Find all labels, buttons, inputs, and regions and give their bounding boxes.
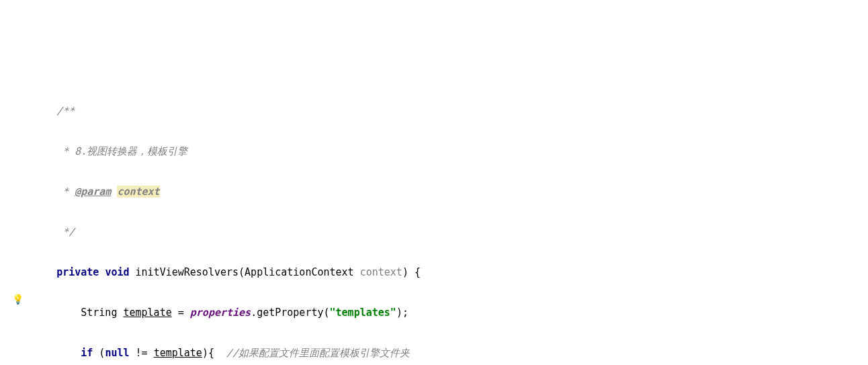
code-line[interactable]: * 8.视图转换器，模板引擎 — [32, 141, 868, 161]
code-line[interactable]: * @param context — [32, 181, 868, 202]
field-properties: properties — [190, 307, 251, 319]
bulb-icon[interactable]: 💡 — [12, 289, 24, 309]
gutter: 💡 — [0, 81, 32, 365]
brace: ){ — [202, 347, 226, 359]
code-line[interactable]: */ — [32, 222, 868, 242]
var-template: template — [123, 307, 171, 319]
param: context — [360, 266, 402, 278]
op: = — [172, 307, 190, 319]
type: String — [81, 307, 123, 319]
kw-null: null — [105, 347, 129, 359]
doc-open: /** — [56, 105, 75, 117]
code-line[interactable]: private void initViewResolvers(Applicati… — [32, 262, 868, 282]
comment: //如果配置文件里面配置模板引擎文件夹 — [226, 347, 410, 359]
code-line[interactable]: /** — [32, 101, 868, 121]
code-editor[interactable]: 💡 /** * 8.视图转换器，模板引擎 * @param context */… — [0, 81, 868, 365]
doc-param: context — [117, 186, 159, 198]
paren: (ApplicationContext — [238, 266, 360, 278]
kw-void: void — [105, 266, 129, 278]
call: .getProperty( — [251, 307, 329, 319]
string: "templates" — [330, 307, 396, 319]
kw-private: private — [56, 266, 99, 278]
op: != — [130, 347, 154, 359]
code-area[interactable]: /** * 8.视图转换器，模板引擎 * @param context */ p… — [32, 81, 868, 365]
code-line[interactable]: if (null != template){ //如果配置文件里面配置模板引擎文… — [32, 343, 868, 363]
doc-star: * — [56, 145, 75, 157]
kw-if: if — [81, 347, 93, 359]
var-template: template — [154, 347, 202, 359]
method-name: initViewResolvers — [136, 266, 239, 278]
paren: ) { — [402, 266, 421, 278]
doc-star: * — [56, 186, 75, 198]
end: ); — [396, 307, 408, 319]
doc-tag: @param — [75, 186, 111, 198]
sp: ( — [93, 347, 105, 359]
code-line[interactable]: String template = properties.getProperty… — [32, 302, 868, 323]
doc-close: */ — [56, 226, 75, 238]
doc-text: 8.视图转换器，模板引擎 — [75, 145, 187, 157]
